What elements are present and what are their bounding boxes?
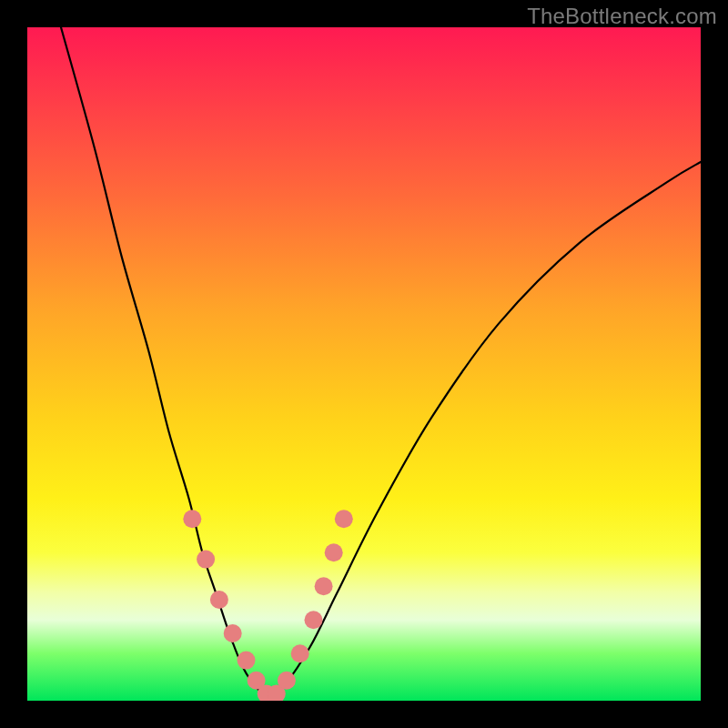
fit-dot [197, 551, 215, 569]
fit-dot [238, 652, 256, 670]
fit-dot [278, 672, 296, 690]
fit-dot [224, 624, 242, 642]
chart-frame: TheBottleneck.com [0, 0, 728, 728]
plot-area [27, 27, 701, 701]
fit-dot [325, 543, 343, 561]
fit-dot [210, 591, 228, 609]
fit-dot [305, 611, 323, 629]
fit-dot [335, 510, 353, 528]
fit-dot [183, 510, 201, 528]
bottleneck-curve-path [61, 27, 701, 697]
fit-dot [315, 577, 333, 595]
chart-svg [27, 27, 701, 701]
fit-dot [291, 644, 309, 662]
fit-dots-group [183, 510, 352, 701]
watermark-text: TheBottleneck.com [527, 4, 717, 29]
